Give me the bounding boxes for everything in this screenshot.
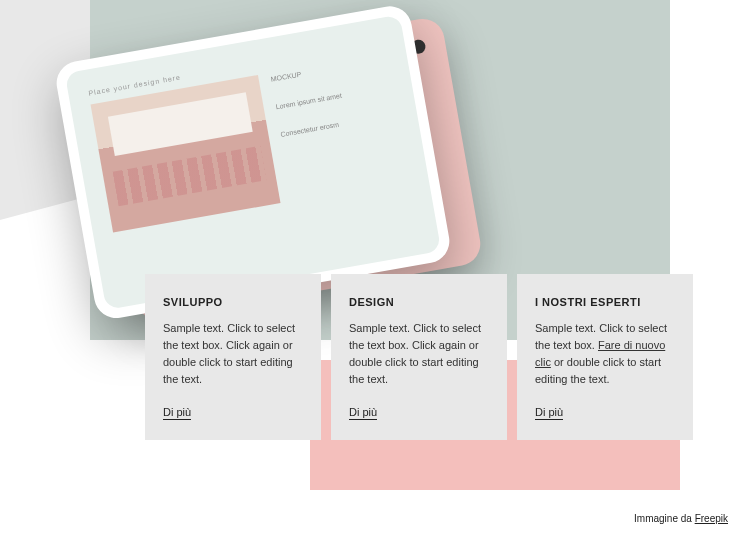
card-esperti: I NOSTRI ESPERTI Sample text. Click to s… bbox=[517, 274, 693, 440]
screen-sidebar: MOCKUP Lorem ipsum sit amet Consectetur … bbox=[270, 61, 358, 201]
feature-cards: SVILUPPO Sample text. Click to select th… bbox=[145, 274, 693, 440]
card-more-link[interactable]: Di più bbox=[535, 406, 563, 420]
card-body[interactable]: Sample text. Click to select the text bo… bbox=[163, 320, 303, 388]
card-more-link[interactable]: Di più bbox=[349, 406, 377, 420]
image-credit: Immagine da Freepik bbox=[634, 513, 728, 524]
screen-image bbox=[91, 75, 281, 233]
tablet-screen: Place your design here MOCKUP Lorem ipsu… bbox=[65, 14, 442, 309]
card-sviluppo: SVILUPPO Sample text. Click to select th… bbox=[145, 274, 321, 440]
screen-sidebar-text: Consectetur erosm bbox=[279, 116, 347, 141]
screen-sidebar-heading: MOCKUP bbox=[270, 61, 338, 86]
card-title[interactable]: DESIGN bbox=[349, 296, 489, 308]
screen-sidebar-text: Lorem ipsum sit amet bbox=[275, 89, 343, 114]
card-body[interactable]: Sample text. Click to select the text bo… bbox=[349, 320, 489, 388]
card-body[interactable]: Sample text. Click to select the text bo… bbox=[535, 320, 675, 388]
card-design: DESIGN Sample text. Click to select the … bbox=[331, 274, 507, 440]
card-title[interactable]: I NOSTRI ESPERTI bbox=[535, 296, 675, 308]
credit-link[interactable]: Freepik bbox=[695, 513, 728, 524]
card-body-text: or double click to start editing the tex… bbox=[535, 356, 661, 385]
card-more-link[interactable]: Di più bbox=[163, 406, 191, 420]
card-title[interactable]: SVILUPPO bbox=[163, 296, 303, 308]
credit-prefix: Immagine da bbox=[634, 513, 695, 524]
